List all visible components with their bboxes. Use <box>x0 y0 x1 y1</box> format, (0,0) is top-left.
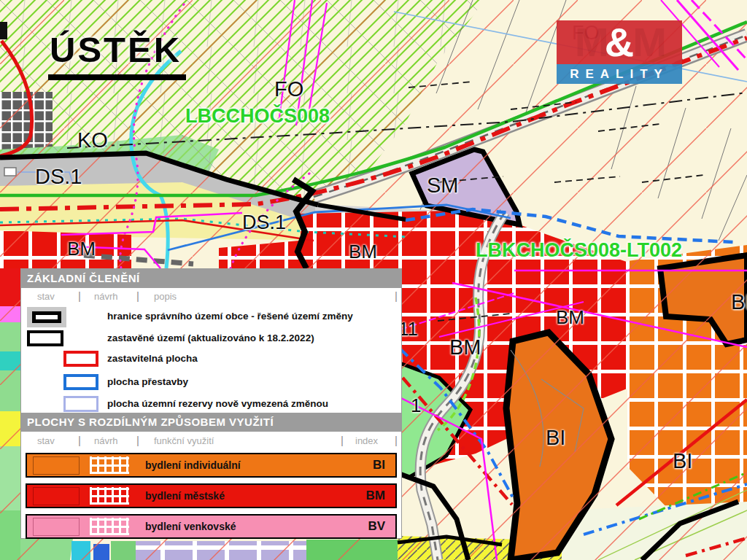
map-label-ko: KO <box>77 130 108 151</box>
swatch-zastavene <box>27 330 63 346</box>
index-bm: BM <box>366 489 385 503</box>
tab-navrh: návrh <box>94 291 118 302</box>
map-label-lbcc: LBCCHOČS008 <box>185 106 330 126</box>
swatch-bv <box>33 518 80 536</box>
legend-item-hranice: hranice správního území obce - řešené úz… <box>21 308 401 327</box>
map-label-sm: SM <box>427 175 459 196</box>
map-label-fo: FO <box>274 79 303 100</box>
mm-logo-mark: M&M <box>557 20 682 64</box>
swatch-rezerva <box>63 396 98 412</box>
map-label-1: 1 <box>411 396 421 415</box>
legend-item-zastavene: zastavěné území (aktualizováno k 18.2.20… <box>21 330 401 349</box>
tab2-stav: stav <box>37 435 55 446</box>
tab2-funkcni: funkční využití <box>154 435 214 446</box>
legend-section1-title: ZÁKLADNÍ ČLENĚNÍ <box>21 269 401 288</box>
mm-logo-subtitle: REALITY <box>557 64 682 84</box>
grid-glyph-bi <box>90 456 129 474</box>
swatch-bm <box>33 487 80 505</box>
map-title: ÚSTĚK <box>48 29 186 80</box>
legend-bar-bi: bydlení individuální BI <box>26 453 397 478</box>
grid-glyph-bm <box>90 487 129 505</box>
index-bi: BI <box>373 458 385 472</box>
zoning-map-viewport[interactable]: ÚSTĚK FO FO KO DS.1 DS.1 SM BM BM BM BM … <box>0 0 747 560</box>
mm-reality-logo: M&M REALITY <box>557 20 682 84</box>
map-label-bm-left: BM <box>67 239 96 258</box>
map-label-bm-center: BM <box>449 337 481 358</box>
legend-panel: ZÁKLADNÍ ČLENĚNÍ stav | návrh | popis | … <box>20 268 402 539</box>
legend-item-prestavba: plocha přestavby <box>21 374 401 393</box>
tab2-index: index <box>355 435 378 446</box>
grid-glyph-bv <box>90 518 129 535</box>
legend-bar-bv: bydlení venkovské BV <box>26 514 397 539</box>
map-label-bm-right: BM <box>556 308 584 327</box>
tab2-navrh: návrh <box>94 435 118 446</box>
swatch-bi <box>33 456 80 475</box>
tab-stav: stav <box>37 291 55 302</box>
map-label-lbkc: LBKCHOČS008-LT002 <box>476 241 682 260</box>
legend-section2-title: PLOCHY S ROZDÍLNÝM ZPŮSOBEM VYUŽITÍ <box>21 413 401 432</box>
ampersand-glyph: & <box>605 22 634 63</box>
map-label-ds1-left: DS.1 <box>35 166 82 187</box>
legend-item-zastavitelna: zastavitelná plocha <box>21 351 401 370</box>
swatch-prestavba <box>63 374 98 390</box>
legend-section2-tabs: stav | návrh | funkční využití | index | <box>21 432 401 450</box>
legend-section1-tabs: stav | návrh | popis | <box>21 288 401 306</box>
map-label-bm-mid: BM <box>349 242 377 261</box>
legend-bar-bm: bydlení městské BM <box>26 483 397 508</box>
map-label-bi-edge: BI <box>731 292 747 313</box>
swatch-zastavitelna <box>63 351 98 367</box>
map-label-bi-center: BI <box>546 427 565 448</box>
swatch-hranice <box>27 307 66 327</box>
map-label-ds1-mid: DS.1 <box>242 213 286 233</box>
map-label-bi-right: BI <box>673 451 692 472</box>
tab-popis: popis <box>154 291 177 302</box>
index-bv: BV <box>368 519 385 534</box>
